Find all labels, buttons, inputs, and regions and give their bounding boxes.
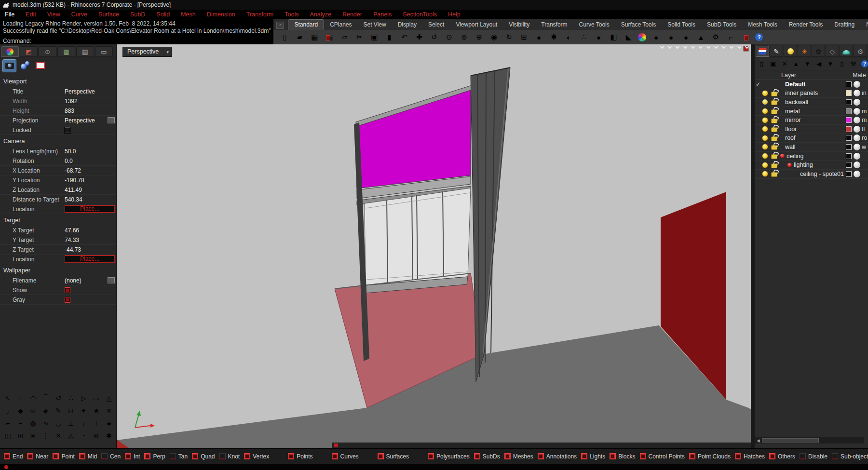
tool-icon[interactable]: ▷ bbox=[77, 393, 90, 403]
osnap-toggle[interactable]: Hatches bbox=[735, 453, 765, 460]
osnap-toggle[interactable]: Knot bbox=[219, 453, 240, 460]
panel-splitter[interactable] bbox=[751, 44, 755, 448]
menu-item[interactable]: Mesh bbox=[181, 11, 196, 18]
layer-row[interactable]: ✓ mirror m bbox=[755, 116, 868, 125]
menu-item[interactable]: Transform bbox=[246, 11, 274, 18]
osnap-checkbox[interactable] bbox=[735, 453, 741, 459]
layer-lock-icon[interactable] bbox=[771, 100, 777, 105]
property-value-cell[interactable] bbox=[61, 285, 116, 295]
material-ball-icon[interactable] bbox=[854, 81, 860, 88]
osnap-checkbox[interactable] bbox=[101, 453, 108, 459]
layer-color-swatch[interactable] bbox=[846, 99, 852, 105]
material-ball-icon[interactable] bbox=[854, 134, 860, 141]
toolbar-tab[interactable]: Viewport Layout bbox=[450, 20, 503, 30]
dock-handle-icon[interactable] bbox=[326, 35, 330, 40]
toolbar-tab[interactable]: Surface Tools bbox=[615, 20, 662, 30]
layer-name[interactable]: ceiling bbox=[787, 153, 803, 160]
tool-icon[interactable]: ◆ bbox=[14, 406, 27, 416]
layer-row[interactable]: ✓ floor fl bbox=[755, 125, 868, 134]
property-value-cell[interactable]: 74.33 74.33 bbox=[61, 235, 116, 244]
tool-icon[interactable]: ∿ bbox=[40, 418, 52, 428]
osnap-toggle[interactable]: Annotations bbox=[538, 453, 577, 460]
layer-row[interactable]: ✓ inner panels in bbox=[755, 89, 868, 98]
dock-handle-icon[interactable] bbox=[744, 35, 748, 40]
osnap-toggle[interactable]: Lights bbox=[581, 453, 605, 460]
osnap-checkbox[interactable] bbox=[769, 453, 775, 459]
tool-icon[interactable]: ◫ bbox=[1, 431, 14, 441]
toolbar-tab[interactable]: Standard bbox=[288, 19, 324, 30]
layer-color-swatch[interactable] bbox=[846, 117, 852, 123]
osnap-toggle[interactable]: Tan bbox=[170, 453, 188, 460]
tool-icon[interactable]: ⊠ bbox=[27, 431, 39, 441]
property-value-cell[interactable]: Place... Place... bbox=[61, 204, 116, 214]
osnap-checkbox[interactable] bbox=[474, 453, 480, 459]
osnap-checkbox[interactable] bbox=[53, 453, 59, 459]
property-value[interactable]: 540.34 bbox=[65, 196, 82, 203]
property-value[interactable]: 411.49 bbox=[65, 187, 82, 193]
layer-color-swatch[interactable] bbox=[846, 171, 852, 177]
toolbar-tab[interactable]: Set View bbox=[358, 20, 392, 30]
layer-lock-icon[interactable] bbox=[771, 119, 777, 123]
property-value-cell[interactable]: -190.78 -190.78 bbox=[61, 175, 116, 185]
layer-lock-icon[interactable] bbox=[771, 163, 777, 168]
layer-color-swatch[interactable] bbox=[846, 162, 852, 168]
layer-name[interactable]: mirror bbox=[785, 117, 801, 123]
tool-icon[interactable]: ↓ bbox=[77, 418, 90, 428]
osnap-toggle[interactable]: Point bbox=[53, 453, 74, 460]
tool-icon[interactable]: ◞ bbox=[1, 406, 14, 416]
property-value-cell[interactable]: 883 883 bbox=[61, 106, 116, 115]
osnap-checkbox[interactable] bbox=[192, 453, 198, 459]
tool-icon[interactable]: ∴ bbox=[65, 393, 77, 403]
osnap-toggle[interactable]: Perp bbox=[144, 453, 165, 460]
osnap-toggle[interactable]: Curves bbox=[332, 453, 359, 460]
property-value-cell[interactable]: 50.0 50.0 bbox=[61, 147, 116, 156]
tool-icon[interactable]: ◡ bbox=[52, 418, 65, 428]
osnap-toggle[interactable]: Meshes bbox=[504, 453, 533, 460]
osnap-checkbox[interactable] bbox=[504, 453, 511, 459]
menu-item[interactable]: SubD bbox=[130, 11, 145, 18]
toolbar-tab[interactable]: SubD Tools bbox=[701, 20, 742, 30]
property-value[interactable]: -44.73 bbox=[65, 246, 81, 253]
toolbar-tab[interactable]: Display bbox=[392, 20, 422, 30]
viewport-canvas[interactable] bbox=[117, 44, 751, 448]
tool-icon[interactable]: ✦ bbox=[77, 406, 90, 416]
viewport-title[interactable]: Perspective bbox=[122, 47, 163, 57]
material-ball-icon[interactable] bbox=[854, 171, 860, 177]
osnap-checkbox[interactable] bbox=[288, 453, 294, 459]
property-value-cell[interactable]: Place... Place... bbox=[61, 255, 116, 264]
toolbar-tab[interactable]: Drafting bbox=[828, 20, 860, 30]
osnap-checkbox[interactable] bbox=[27, 453, 33, 459]
layer-color-swatch[interactable] bbox=[846, 90, 852, 96]
property-value[interactable]: 1392 bbox=[65, 98, 78, 105]
layer-lock-icon[interactable] bbox=[771, 109, 777, 114]
layer-name[interactable]: inner panels bbox=[785, 90, 818, 96]
material-ball-icon[interactable] bbox=[854, 99, 860, 106]
osnap-toggle[interactable]: Vertex bbox=[244, 453, 269, 460]
osnap-checkbox[interactable] bbox=[332, 453, 338, 459]
layer-lock-icon[interactable] bbox=[771, 136, 777, 141]
menu-item[interactable]: File bbox=[5, 11, 14, 18]
osnap-toggle[interactable]: Surfaces bbox=[378, 453, 409, 460]
tool-icon[interactable]: ◠ bbox=[27, 393, 39, 403]
toolbar-tab[interactable]: Transform bbox=[535, 20, 573, 30]
osnap-toggle[interactable]: Disable bbox=[800, 453, 827, 460]
layer-row[interactable]: ✓ ceiling - spote01 bbox=[755, 170, 868, 179]
red-toggle-icon[interactable] bbox=[65, 287, 70, 293]
menu-item[interactable]: View bbox=[47, 11, 60, 18]
expand-dot-icon[interactable] bbox=[787, 163, 792, 167]
osnap-checkbox[interactable] bbox=[144, 453, 150, 459]
osnap-checkbox[interactable] bbox=[538, 453, 544, 459]
layer-visibility-bulb-icon[interactable] bbox=[762, 162, 768, 168]
osnap-toggle[interactable]: Blocks bbox=[610, 453, 635, 460]
layer-visibility-bulb-icon[interactable] bbox=[762, 144, 768, 150]
property-value[interactable]: Perspective bbox=[65, 88, 95, 95]
menu-item[interactable]: Tools bbox=[285, 11, 298, 18]
menu-item[interactable]: SectionTools bbox=[403, 11, 437, 18]
toolbar-tab[interactable]: New bbox=[860, 20, 868, 30]
viewport[interactable]: Perspective ▾ bbox=[117, 44, 751, 448]
property-value[interactable]: 883 bbox=[65, 107, 74, 114]
layer-name[interactable]: ceiling - spote01 bbox=[800, 171, 844, 177]
tool-icon[interactable]: ◬ bbox=[65, 431, 77, 441]
tool-icon[interactable]: ↖ bbox=[1, 393, 14, 403]
tool-icon[interactable]: ★ bbox=[90, 406, 103, 416]
